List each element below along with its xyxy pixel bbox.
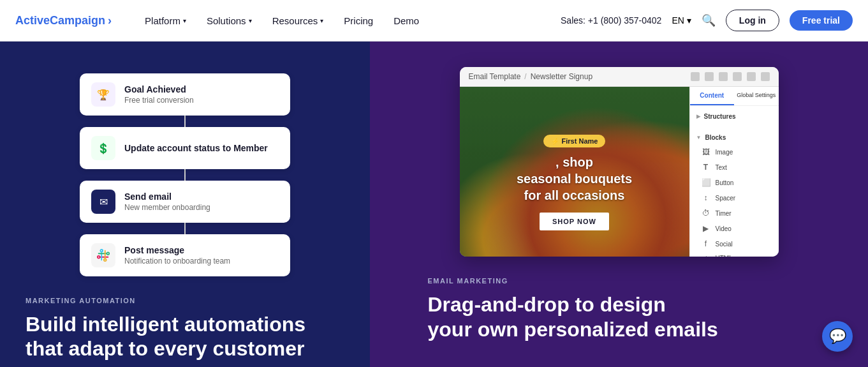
block-image[interactable]: 🖼 Image <box>696 144 772 160</box>
nav-sales-number: Sales: +1 (800) 357-0402 <box>561 15 661 26</box>
block-spacer[interactable]: ↕ Spacer <box>696 190 772 206</box>
settings-icon[interactable] <box>691 72 700 81</box>
logo[interactable]: ActiveCampaign› <box>15 14 112 27</box>
left-section-heading: Build intelligent automationsthat adapt … <box>26 312 344 361</box>
text-icon: T <box>702 163 710 172</box>
block-video[interactable]: ▶ Video <box>696 221 772 236</box>
spacer-icon: ↕ <box>702 193 710 202</box>
automation-flow: 🏆 Goal Achieved Free trial conversion 💲 … <box>45 73 325 276</box>
structures-header[interactable]: ▶ Structures <box>696 110 772 123</box>
dollar-icon: 💲 <box>91 136 115 160</box>
et-body: ⚡ First Name , shopseasonal bouquetsfor … <box>460 87 779 257</box>
trophy-icon: 🏆 <box>91 82 115 107</box>
main-sections: 🏆 Goal Achieved Free trial conversion 💲 … <box>0 41 868 367</box>
chat-bubble[interactable]: 💬 <box>822 321 853 352</box>
chevron-down-icon: ▾ <box>249 17 252 24</box>
nav-solutions[interactable]: Solutions ▾ <box>199 10 260 31</box>
expand-icon[interactable] <box>719 72 728 81</box>
refresh-icon[interactable] <box>705 72 714 81</box>
et-canvas-content: ⚡ First Name , shopseasonal bouquetsfor … <box>504 122 645 244</box>
chevron-down-icon: ▾ <box>183 17 186 24</box>
flow-title-slack: Post message <box>124 245 230 255</box>
block-html[interactable]: </> HTML <box>696 251 772 257</box>
chevron-down-icon: ▾ <box>320 17 323 24</box>
chat-icon: 💬 <box>829 328 846 345</box>
flow-connector <box>184 116 186 127</box>
block-timer[interactable]: ⏱ Timer <box>696 206 772 221</box>
et-sidebar-structures: ▶ Structures <box>690 106 779 127</box>
nav-resources[interactable]: Resources ▾ <box>265 10 332 31</box>
chevron-down-icon: ▾ <box>687 15 691 26</box>
slack-icon <box>91 243 115 267</box>
lightning-icon: ⚡ <box>551 138 559 145</box>
block-social[interactable]: f Social <box>696 236 772 251</box>
email-icon: ✉ <box>91 190 115 214</box>
chevron-right-icon: ▶ <box>696 114 700 119</box>
flow-subtitle-goal: Free trial conversion <box>124 96 194 105</box>
left-section-tag: Marketing Automation <box>26 297 344 304</box>
blocks-header[interactable]: ▼ Blocks <box>696 131 772 144</box>
et-sidebar-tab-content[interactable]: Content <box>690 87 735 105</box>
et-sidebar: Content Global Settings ▶ Structures ▼ B… <box>689 87 779 257</box>
nav-demo[interactable]: Demo <box>386 10 427 31</box>
nav-language-selector[interactable]: EN ▾ <box>672 15 691 26</box>
flow-item-goal: 🏆 Goal Achieved Free trial conversion <box>80 73 290 116</box>
et-sidebar-tab-global[interactable]: Global Settings <box>734 87 779 105</box>
flow-title-email: Send email <box>124 191 210 202</box>
right-section-heading: Drag-and-drop to designyour own personal… <box>428 292 811 341</box>
flow-item-email: ✉ Send email New member onboarding <box>80 181 290 223</box>
et-sidebar-blocks: ▼ Blocks 🖼 Image T Text ⬜ <box>690 127 779 257</box>
et-template-title: Newsletter Signup <box>531 72 592 81</box>
search-icon[interactable]: 🔍 <box>702 13 716 27</box>
left-section-bottom: Marketing Automation Build intelligent a… <box>26 297 344 361</box>
et-canvas: ⚡ First Name , shopseasonal bouquetsfor … <box>460 87 689 257</box>
flow-title-update: Update account status to Member <box>124 143 268 153</box>
social-icon: f <box>702 239 710 248</box>
logo-text: ActiveCampaign <box>15 14 105 27</box>
flow-item-update: 💲 Update account status to Member <box>80 127 290 169</box>
flow-subtitle-email: New member onboarding <box>124 203 210 212</box>
video-icon: ▶ <box>702 224 710 233</box>
block-button[interactable]: ⬜ Button <box>696 175 772 190</box>
timer-icon: ⏱ <box>702 209 710 218</box>
et-canvas-headline: , shopseasonal bouquetsfor all occasions <box>517 154 632 204</box>
email-marketing-section: Email Template / Newsletter Signup <box>370 41 868 367</box>
et-breadcrumb: Email Template <box>469 72 521 81</box>
nav-pricing[interactable]: Pricing <box>336 10 381 31</box>
free-trial-button[interactable]: Free trial <box>790 10 853 31</box>
flow-item-slack: Post message Notification to onboarding … <box>80 234 290 276</box>
flow-subtitle-slack: Notification to onboarding team <box>124 257 230 266</box>
block-text[interactable]: T Text <box>696 160 772 175</box>
nav-right: Sales: +1 (800) 357-0402 EN ▾ 🔍 Log in F… <box>561 10 853 31</box>
right-section-bottom: Email Marketing Drag-and-drop to designy… <box>428 277 811 341</box>
email-template-ui: Email Template / Newsletter Signup <box>460 67 779 257</box>
marketing-automation-section: 🏆 Goal Achieved Free trial conversion 💲 … <box>0 41 370 367</box>
navbar: ActiveCampaign› Platform ▾ Solutions ▾ R… <box>0 0 868 41</box>
et-header: Email Template / Newsletter Signup <box>460 67 779 87</box>
flow-connector <box>184 223 186 234</box>
button-icon: ⬜ <box>702 178 710 187</box>
login-button[interactable]: Log in <box>726 10 779 31</box>
download-icon[interactable] <box>747 72 756 81</box>
flow-title-goal: Goal Achieved <box>124 84 194 94</box>
et-cta-button[interactable]: SHOP NOW <box>540 213 609 230</box>
share-icon[interactable] <box>733 72 742 81</box>
chevron-down-icon: ▼ <box>696 135 702 140</box>
et-personalization-badge: ⚡ First Name <box>543 135 606 147</box>
nav-items: Platform ▾ Solutions ▾ Resources ▾ Prici… <box>137 10 561 31</box>
image-icon: 🖼 <box>702 147 710 156</box>
right-section-tag: Email Marketing <box>428 277 811 285</box>
nav-platform[interactable]: Platform ▾ <box>137 10 194 31</box>
et-sidebar-tabs: Content Global Settings <box>690 87 779 106</box>
flow-connector <box>184 169 186 181</box>
more-icon[interactable] <box>761 72 770 81</box>
html-icon: </> <box>702 255 710 257</box>
